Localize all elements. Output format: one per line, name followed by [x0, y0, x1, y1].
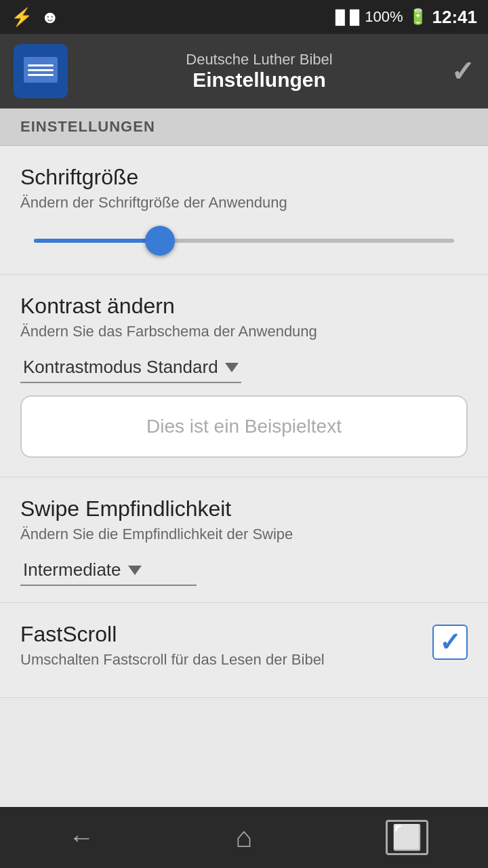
back-icon: ←	[68, 823, 94, 852]
fastscroll-description: Umschalten Fastscroll für das Lesen der …	[20, 651, 432, 669]
battery-icon: 🔋	[409, 8, 427, 26]
bottom-navigation: ← ⌂ ⬜	[0, 807, 488, 868]
contrast-preview-text: Dies ist ein Beispieltext	[146, 416, 342, 437]
settings-content: Schriftgröße Ändern der Schriftgröße der…	[0, 146, 488, 698]
page-title: Einstellungen	[81, 68, 437, 92]
status-bar: ⚡ ☻ ▐▌█ 100% 🔋 12:41	[0, 0, 488, 34]
swipe-setting: Swipe Empfindlichkeit Ändern Sie die Emp…	[0, 477, 488, 603]
time-display: 12:41	[432, 7, 478, 28]
contrast-setting: Kontrast ändern Ändern Sie das Farbschem…	[0, 275, 488, 477]
swipe-dropdown-value: Intermediate	[23, 559, 121, 580]
status-bar-right: ▐▌█ 100% 🔋 12:41	[331, 7, 477, 28]
swipe-dropdown[interactable]: Intermediate	[20, 555, 197, 586]
recents-icon: ⬜	[386, 820, 428, 855]
font-size-title: Schriftgröße	[20, 165, 468, 190]
home-button[interactable]: ⌂	[217, 817, 271, 858]
slider-fill	[34, 239, 160, 243]
fastscroll-setting: FastScroll Umschalten Fastscroll für das…	[0, 603, 488, 698]
swipe-dropdown-arrow-icon	[128, 566, 142, 575]
slider-thumb[interactable]	[145, 226, 175, 256]
swipe-title: Swipe Empfindlichkeit	[20, 496, 468, 521]
checkbox-check-icon: ✓	[439, 627, 461, 657]
confirm-button[interactable]: ✓	[451, 55, 474, 88]
contrast-description: Ändern Sie das Farbschema der Anwendung	[20, 323, 468, 340]
book-line-1	[28, 64, 54, 66]
book-line-3	[28, 74, 54, 76]
section-header: EINSTELLUNGEN	[0, 108, 488, 146]
contrast-preview-box: Dies ist ein Beispieltext	[20, 395, 468, 458]
font-size-description: Ändern der Schriftgröße der Anwendung	[20, 194, 468, 212]
font-size-setting: Schriftgröße Ändern der Schriftgröße der…	[0, 146, 488, 275]
recents-button[interactable]: ⬜	[380, 817, 434, 858]
fastscroll-title: FastScroll	[20, 622, 432, 647]
book-graphic	[24, 57, 58, 83]
top-bar-title: Deutsche Luther Bibel Einstellungen	[81, 51, 437, 92]
contrast-dropdown-arrow-icon	[225, 363, 239, 372]
fastscroll-text: FastScroll Umschalten Fastscroll für das…	[20, 622, 432, 681]
home-icon: ⌂	[235, 821, 252, 854]
contrast-dropdown-value: Kontrastmodus Standard	[23, 357, 218, 378]
book-line-2	[28, 69, 54, 71]
usb-icon: ⚡	[11, 7, 33, 28]
status-bar-left: ⚡ ☻	[11, 7, 59, 28]
font-size-slider[interactable]	[20, 224, 468, 258]
slider-track	[34, 239, 454, 243]
app-subtitle: Deutsche Luther Bibel	[81, 51, 437, 68]
top-bar: Deutsche Luther Bibel Einstellungen ✓	[0, 34, 488, 108]
battery-label: 100%	[365, 8, 403, 26]
android-icon: ☻	[41, 7, 59, 28]
app-icon	[14, 44, 68, 98]
signal-icon: ▐▌█	[331, 9, 360, 25]
back-button[interactable]: ←	[54, 817, 108, 858]
swipe-description: Ändern Sie die Empfindlichkeit der Swipe	[20, 526, 468, 543]
fastscroll-checkbox[interactable]: ✓	[432, 625, 468, 660]
fastscroll-row: FastScroll Umschalten Fastscroll für das…	[20, 622, 468, 681]
contrast-title: Kontrast ändern	[20, 294, 468, 319]
contrast-dropdown[interactable]: Kontrastmodus Standard	[20, 353, 241, 383]
